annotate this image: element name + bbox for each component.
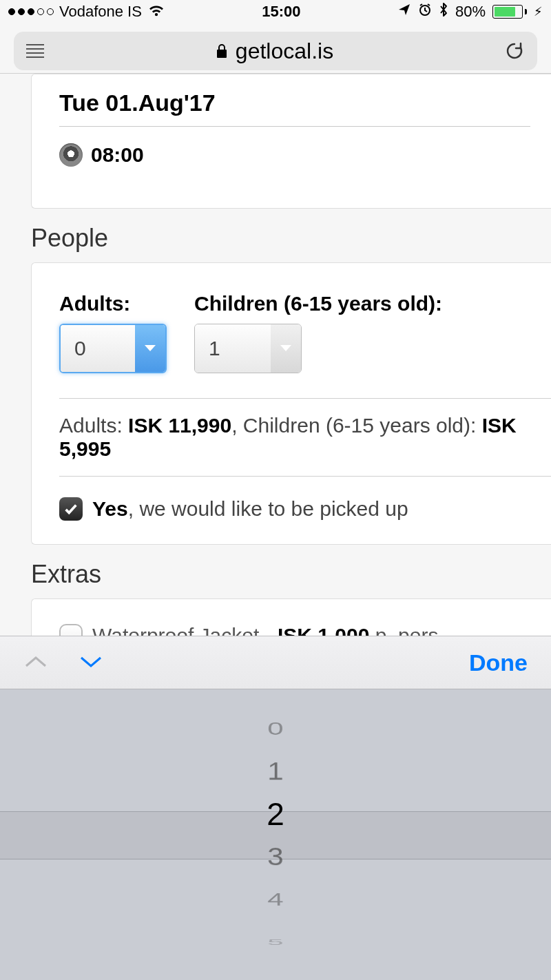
page-content: Tue 01.Aug'17 08:00 People Adults: 0 Chi… (0, 74, 551, 636)
people-section-title: People (31, 224, 551, 253)
extra-item[interactable]: Waterproof Jacket - ISK 1,000 p. pers (59, 624, 551, 636)
extra-text: Waterproof Jacket - ISK 1,000 p. pers (92, 624, 438, 636)
refresh-icon[interactable] (504, 41, 525, 61)
clock-label: 15:00 (262, 3, 300, 21)
picker-item-selected[interactable]: 2 (0, 793, 551, 835)
bluetooth-icon (439, 2, 448, 21)
children-group: Children (6-15 years old): 1 (194, 292, 442, 373)
charging-icon: ⚡︎ (534, 4, 543, 19)
children-label: Children (6-15 years old): (194, 292, 442, 315)
status-bar: Vodafone IS 15:00 80% ⚡︎ (0, 0, 551, 23)
children-value: 1 (195, 324, 271, 373)
people-card: Adults: 0 Children (6-15 years old): 1 A… (31, 262, 551, 545)
dropdown-arrow-icon (271, 324, 301, 373)
pickup-checkbox-row[interactable]: Yes, we would like to be picked up (59, 497, 551, 521)
url-text: getlocal.is (236, 39, 333, 64)
picker-item[interactable]: 5 (0, 936, 551, 948)
browser-toolbar: getlocal.is (0, 23, 551, 73)
keyboard-accessory-bar: Done (0, 636, 551, 689)
checkbox-checked-icon[interactable] (59, 497, 83, 521)
adults-value: 0 (61, 325, 135, 372)
battery-icon (492, 5, 527, 19)
address-bar[interactable]: getlocal.is (14, 32, 537, 70)
adults-price: ISK 11,990 (128, 414, 231, 437)
status-right: 80% ⚡︎ (397, 2, 543, 21)
time-label: 08:00 (91, 143, 144, 167)
reader-view-icon[interactable] (26, 44, 44, 58)
alarm-icon (418, 3, 432, 21)
adults-group: Adults: 0 (59, 292, 167, 373)
picker-item[interactable]: 0 (0, 716, 551, 742)
children-select[interactable]: 1 (194, 324, 302, 373)
adults-select[interactable]: 0 (59, 324, 167, 373)
radio-selected-icon[interactable] (59, 143, 83, 167)
dropdown-arrow-icon (135, 325, 165, 372)
adults-price-label: Adults: (59, 414, 128, 437)
status-left: Vodafone IS (8, 2, 165, 21)
price-summary: Adults: ISK 11,990, Children (6-15 years… (59, 398, 551, 477)
lock-icon (215, 43, 229, 59)
done-button[interactable]: Done (469, 649, 528, 676)
booking-date: Tue 01.Aug'17 (59, 85, 530, 127)
time-option-row[interactable]: 08:00 (59, 127, 530, 187)
picker-item[interactable]: 3 (0, 838, 551, 875)
next-field-button[interactable] (79, 654, 103, 673)
picker-item[interactable]: 4 (0, 886, 551, 913)
adults-label: Adults: (59, 292, 167, 315)
signal-strength-icon (8, 8, 54, 15)
extras-card: Waterproof Jacket - ISK 1,000 p. pers Hi… (31, 598, 551, 636)
children-price-label: Children (6-15 years old): (243, 414, 482, 437)
battery-percent: 80% (455, 3, 486, 21)
picker-wheel[interactable]: 0 1 2 3 4 5 (0, 689, 551, 980)
extras-section-title: Extras (31, 560, 551, 589)
picker-item[interactable]: 1 (0, 753, 551, 790)
carrier-label: Vodafone IS (59, 3, 142, 21)
location-icon (397, 3, 411, 21)
date-time-card: Tue 01.Aug'17 08:00 (31, 74, 551, 209)
pickup-text: Yes, we would like to be picked up (92, 497, 408, 521)
url-wrap: getlocal.is (215, 39, 333, 64)
prev-field-button (23, 654, 48, 673)
wifi-icon (147, 2, 165, 21)
checkbox-unchecked-icon[interactable] (59, 624, 83, 636)
